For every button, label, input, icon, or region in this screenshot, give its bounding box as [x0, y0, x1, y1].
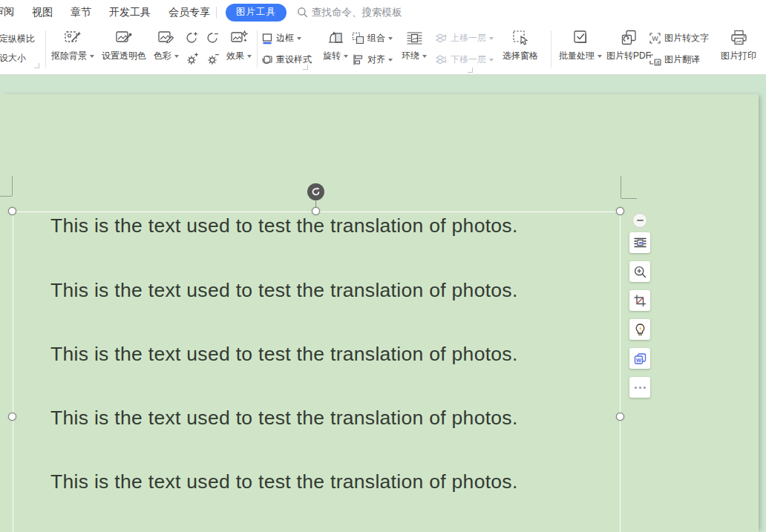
chevron-down-icon [174, 55, 179, 60]
group-objects-button[interactable]: 组合 [352, 29, 393, 47]
rotate-handle[interactable] [307, 183, 324, 200]
button-label: 选择窗格 [503, 50, 538, 62]
layout-options-button[interactable] [629, 232, 650, 253]
button-label: 对齐 [367, 53, 385, 66]
border-icon [261, 33, 273, 45]
image-text-line: This is the text used to test the transl… [50, 213, 518, 238]
image-print-button[interactable]: 图片打印 [717, 27, 760, 64]
send-backward-button[interactable]: 下移一层 [435, 50, 494, 69]
set-transparent-color-icon [114, 28, 134, 48]
effects-button[interactable]: 效果 [223, 27, 255, 64]
rotate-button[interactable]: 旋转 [319, 27, 352, 64]
crop-button[interactable] [629, 290, 650, 311]
button-label: 图片转PDF [606, 50, 651, 62]
brightness-down-button[interactable] [206, 51, 220, 68]
button-label: 下移一层 [451, 53, 486, 66]
selection-pane-button[interactable]: 选择窗格 [499, 27, 542, 64]
text-wrap-button[interactable]: 环绕 [398, 27, 431, 64]
crop-icon [633, 294, 647, 308]
chevron-down-icon [388, 37, 393, 42]
contrast-up-button[interactable] [185, 30, 200, 47]
image-to-word-button[interactable]: W [629, 348, 650, 369]
border-button[interactable]: 边框 [261, 29, 312, 47]
button-label: 图片打印 [721, 50, 756, 62]
image-to-text-icon: W [649, 32, 661, 45]
brightness-up-icon [185, 51, 200, 66]
align-objects-button[interactable]: 对齐 [352, 50, 393, 69]
menu-item-view[interactable]: 视图 [32, 6, 53, 19]
image-to-pdf-button[interactable]: 图片转PDF [603, 27, 655, 64]
chevron-down-icon [344, 55, 348, 60]
adjust-group: 抠除背景 设置透明色 色彩 [48, 27, 255, 70]
minus-icon [637, 220, 644, 221]
group-objects-icon [352, 32, 364, 45]
contrast-down-button[interactable] [206, 30, 220, 47]
menu-item-membership[interactable]: 会员专享 [168, 6, 210, 19]
image-to-pdf-icon [619, 28, 639, 48]
brightness-contrast-cluster [183, 28, 223, 70]
brightness-up-button[interactable] [185, 51, 200, 68]
contrast-down-icon [206, 30, 220, 45]
chevron-down-icon [297, 37, 301, 42]
svg-text:W: W [635, 357, 641, 364]
selection-handle-top-right[interactable] [616, 207, 624, 215]
svg-text:W: W [652, 35, 658, 42]
cutout-background-button[interactable]: 抠除背景 [48, 27, 98, 64]
menu-bar: 审阅 视图 章节 开发工具 会员专享 图片工具 查找命令、搜索模板 [0, 0, 766, 24]
menu-item-devtools[interactable]: 开发工具 [109, 6, 151, 19]
color-button[interactable]: 色彩 [150, 27, 183, 64]
image-to-text-button[interactable]: W 图片转文字 [649, 29, 709, 47]
button-label: 旋转 [323, 50, 341, 62]
text-boundary-mark-left [0, 196, 12, 197]
text-boundary-mark-right [621, 198, 637, 199]
arrange-group: 组合 对齐 [352, 27, 393, 70]
bring-forward-button[interactable]: 上移一层 [435, 29, 494, 47]
button-label: 环绕 [402, 50, 419, 62]
tab-picture-tools[interactable]: 图片工具 [226, 4, 287, 22]
image-to-word-icon: W [633, 352, 647, 366]
chevron-down-icon [90, 55, 94, 60]
reset-style-button[interactable]: 重设样式 [261, 50, 312, 69]
smart-tip-button[interactable] [629, 319, 650, 340]
image-print-icon [729, 28, 749, 48]
collapse-toolbar-button[interactable] [632, 213, 647, 228]
selection-handle-top-center[interactable] [312, 207, 320, 215]
button-label: 边框 [276, 32, 294, 45]
selected-image[interactable]: This is the text used to test the transl… [13, 211, 621, 532]
search-placeholder: 查找命令、搜索模板 [312, 6, 402, 19]
brightness-down-icon [206, 51, 220, 66]
selection-handle-middle-left[interactable] [8, 413, 16, 421]
menu-item-label: 审阅 [0, 5, 14, 19]
button-label: 批量处理 [559, 50, 595, 62]
size-group: 锁定纵横比 重设大小 [0, 29, 43, 68]
chevron-down-icon [388, 59, 393, 64]
rotate-icon [326, 28, 346, 48]
text-boundary-mark-left [12, 176, 13, 196]
image-text-line: This is the text used to test the transl… [50, 469, 518, 494]
more-options-button[interactable] [629, 377, 650, 398]
contrast-up-icon [185, 30, 200, 45]
button-label: 色彩 [154, 50, 171, 62]
bring-forward-icon [435, 32, 448, 45]
button-label: 重设样式 [276, 53, 312, 66]
rotate-arrow-icon [311, 187, 321, 197]
text-wrap-icon [405, 28, 425, 48]
chevron-down-icon [598, 55, 602, 60]
button-label: 设置透明色 [102, 50, 146, 62]
selection-handle-middle-right[interactable] [616, 413, 624, 421]
chevron-down-icon [422, 55, 427, 60]
command-search[interactable]: 查找命令、搜索模板 [297, 6, 402, 19]
align-objects-icon [352, 53, 364, 66]
send-backward-icon [435, 53, 448, 66]
batch-process-button[interactable]: 批量处理 [555, 27, 606, 64]
set-transparent-color-button[interactable]: 设置透明色 [98, 27, 150, 64]
image-translate-button[interactable]: 译 图片翻译 [649, 50, 709, 69]
menu-item-review-partial[interactable]: 审阅 [0, 5, 19, 20]
menu-item-section[interactable]: 章节 [71, 6, 91, 19]
selection-handle-top-left[interactable] [8, 207, 16, 215]
button-label: 上移一层 [451, 32, 486, 45]
lock-aspect-ratio[interactable]: 锁定纵横比 [0, 29, 43, 48]
reset-style-icon [261, 54, 273, 66]
zoom-in-button[interactable] [629, 261, 650, 282]
button-label: 图片转文字 [664, 32, 709, 45]
